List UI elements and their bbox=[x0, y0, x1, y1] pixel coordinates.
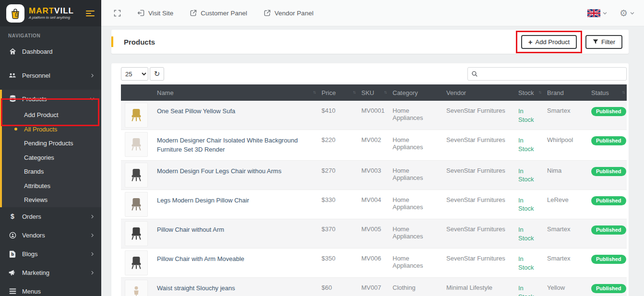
table-row[interactable]: Pillow Chair with Arm Moveable $350 MV00… bbox=[121, 249, 627, 278]
sidebar-item-dashboard[interactable]: Dashboard bbox=[0, 42, 101, 61]
chevron-down-icon bbox=[90, 96, 95, 101]
svg-text:b: b bbox=[11, 251, 14, 256]
column-price[interactable]: Price↑↓ bbox=[318, 84, 358, 101]
column-status[interactable]: Status↑↓ bbox=[587, 84, 627, 101]
product-stock: In Stock bbox=[514, 219, 543, 248]
product-price: $350 bbox=[318, 249, 358, 278]
customer-panel-link[interactable]: Customer Panel bbox=[190, 9, 247, 17]
language-selector[interactable] bbox=[587, 9, 607, 17]
add-product-button[interactable]: + Add Product bbox=[521, 35, 577, 49]
status-badge: Published bbox=[591, 196, 626, 205]
sidebar-item-categories[interactable]: Categories bbox=[2, 151, 101, 165]
filter-button[interactable]: Filter bbox=[585, 35, 622, 49]
dollar-icon: $ bbox=[9, 213, 16, 220]
product-thumbnail bbox=[125, 250, 148, 275]
brand-tagline: A platform to sell anything bbox=[29, 16, 74, 20]
sidebar-item-personnel[interactable]: Personnel bbox=[0, 66, 101, 85]
product-stock: In Stock bbox=[514, 278, 543, 296]
product-name-link[interactable]: Pillow Chair with Arm Moveable bbox=[157, 255, 244, 264]
sidebar-item-attributes[interactable]: Attributes bbox=[2, 179, 101, 193]
sidebar-item-blogs[interactable]: b Blogs bbox=[0, 245, 101, 263]
per-page-select[interactable]: 25 bbox=[121, 67, 148, 81]
sort-icon[interactable]: ↑↓ bbox=[538, 90, 541, 95]
product-price: $60 bbox=[318, 278, 358, 296]
topbar-links: Visit Site Customer Panel Vendor Panel bbox=[114, 9, 313, 17]
sort-icon[interactable]: ↑↓ bbox=[622, 90, 624, 95]
martvill-logo[interactable] bbox=[6, 4, 24, 23]
visit-site-link[interactable]: Visit Site bbox=[137, 9, 173, 17]
chevron-right-icon bbox=[90, 214, 95, 219]
table-row[interactable]: One Seat Pillow Yellow Sufa $410 MV0001 … bbox=[121, 101, 627, 130]
page-title: Products bbox=[124, 38, 155, 46]
products-menu-group: Products Add Product All Products Pendin… bbox=[0, 90, 101, 207]
sidebar-item-products[interactable]: Products bbox=[2, 90, 101, 108]
refresh-button[interactable]: ↻ bbox=[150, 67, 164, 81]
enter-site-icon bbox=[137, 9, 145, 17]
vendor-icon bbox=[9, 231, 16, 239]
product-price: $330 bbox=[318, 189, 358, 219]
product-name-link[interactable]: Waist straight Slouchy jeans bbox=[157, 284, 235, 293]
table-row[interactable]: Modern Design Four Legs Chair withou Arm… bbox=[121, 160, 627, 189]
sub-item-label: Reviews bbox=[24, 196, 48, 203]
product-name-link[interactable]: Modern Designer Chair Isolated White Bac… bbox=[157, 136, 314, 154]
product-name-link[interactable]: Legs Modern Design Pillow Chair bbox=[157, 196, 249, 205]
chair-icon bbox=[129, 197, 143, 212]
product-name-link[interactable]: One Seat Pillow Yellow Sufa bbox=[157, 107, 235, 116]
megaphone-icon bbox=[9, 269, 16, 276]
external-link-icon bbox=[190, 9, 197, 17]
sidebar-item-vendors[interactable]: Vendors bbox=[0, 226, 101, 245]
chevron-right-icon bbox=[90, 271, 95, 275]
product-vendor: SevenStar Furnitures bbox=[442, 249, 514, 278]
product-brand: Smartex bbox=[543, 101, 587, 130]
search-input[interactable] bbox=[467, 67, 627, 81]
nav-section-label: NAVIGATION bbox=[0, 26, 101, 42]
table-row[interactable]: Modern Designer Chair Isolated White Bac… bbox=[121, 130, 627, 161]
column-brand: Brand bbox=[543, 84, 587, 101]
table-row[interactable]: Legs Modern Design Pillow Chair $330 MV0… bbox=[121, 189, 627, 219]
sidebar-toggle-icon[interactable] bbox=[86, 11, 95, 16]
sidebar-item-label: Marketing bbox=[22, 269, 49, 276]
product-vendor: SevenStar Furnitures bbox=[442, 130, 514, 161]
vendor-panel-link[interactable]: Vendor Panel bbox=[263, 9, 313, 17]
sidebar-item-brands[interactable]: Brands bbox=[2, 165, 101, 179]
settings-menu[interactable]: ⚙ bbox=[620, 9, 634, 18]
page-header: Products + Add Product Filter bbox=[111, 30, 629, 54]
product-price: $220 bbox=[318, 130, 358, 161]
product-sku: MV006 bbox=[358, 249, 389, 278]
sidebar-item-orders[interactable]: $ Orders bbox=[0, 207, 101, 226]
sidebar-item-all-products[interactable]: All Products bbox=[2, 122, 101, 137]
product-name-link[interactable]: Pillow Chair without Arm bbox=[157, 225, 224, 235]
search-box bbox=[467, 67, 627, 81]
sub-item-label: Brands bbox=[24, 168, 44, 175]
column-stock[interactable]: Stock↑↓ bbox=[514, 84, 543, 101]
product-name-link[interactable]: Modern Design Four Legs Chair withou Arm… bbox=[157, 167, 281, 176]
table-row[interactable]: Pillow Chair without Arm $370 MV005 Home… bbox=[121, 219, 627, 248]
shopping-bag-icon bbox=[10, 8, 21, 19]
sidebar-item-marketing[interactable]: Marketing bbox=[0, 263, 101, 282]
product-brand: Whirlpool bbox=[543, 130, 587, 161]
column-sku[interactable]: SKU↑↓ bbox=[358, 84, 389, 101]
product-category: Home Appliances bbox=[389, 249, 442, 278]
column-name[interactable]: Name↑↓ bbox=[153, 84, 318, 101]
sort-icon[interactable]: ↑↓ bbox=[353, 90, 355, 95]
sort-icon[interactable]: ↑↓ bbox=[313, 90, 315, 95]
status-badge: Published bbox=[591, 136, 626, 145]
products-table-card: 25 ↻ bbox=[111, 63, 629, 296]
page-actions: + Add Product Filter bbox=[516, 31, 629, 53]
sidebar-item-add-product[interactable]: Add Product bbox=[2, 108, 101, 122]
sidebar-item-label: Vendors bbox=[22, 232, 45, 239]
sidebar-item-reviews[interactable]: Reviews bbox=[2, 193, 101, 207]
sub-item-label: Add Product bbox=[24, 111, 59, 118]
sidebar-item-menus[interactable]: Menus bbox=[0, 282, 101, 296]
brand-mart: MART bbox=[29, 6, 54, 15]
database-icon bbox=[9, 95, 16, 103]
table-row[interactable]: Waist straight Slouchy jeans $60 MV007 C… bbox=[121, 278, 627, 296]
chair-icon bbox=[129, 226, 143, 241]
brand-name: MARTVILL bbox=[29, 7, 74, 16]
topbar: Visit Site Customer Panel Vendor Panel bbox=[101, 0, 644, 26]
fullscreen-icon[interactable] bbox=[114, 10, 121, 17]
product-brand: Yellow bbox=[543, 278, 587, 296]
active-bullet-icon bbox=[14, 128, 17, 130]
sidebar-item-pending-products[interactable]: Pending Products bbox=[2, 136, 101, 151]
sort-icon[interactable]: ↑↓ bbox=[384, 90, 386, 95]
